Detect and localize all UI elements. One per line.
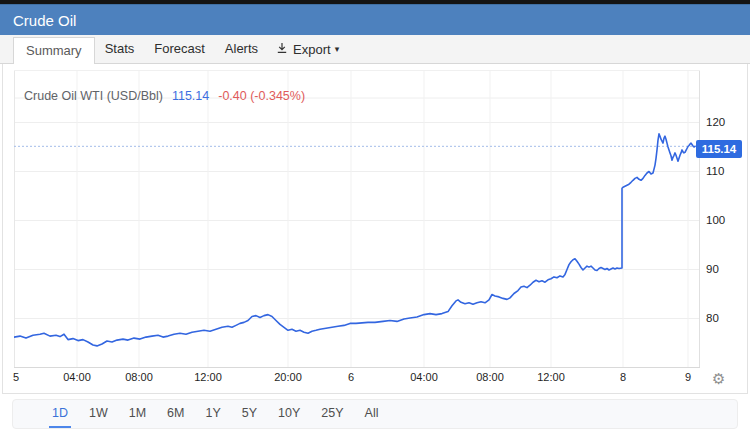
x-axis-label-08:00: 08:00 [125, 371, 153, 383]
x-axis-label-12:00: 12:00 [537, 371, 565, 383]
price-chart-plot[interactable] [14, 70, 700, 368]
y-axis-label-120: 120 [706, 116, 725, 128]
range-selector: 1D1W1M6M1Y5Y10Y25YAll [12, 399, 738, 429]
x-axis-label-04:00: 04:00 [63, 371, 91, 383]
range-button-6m[interactable]: 6M [164, 400, 187, 428]
download-icon [276, 42, 288, 57]
chart-legend: Crude Oil WTI (USD/Bbl) 115.14 -0.40 (-0… [24, 89, 305, 103]
instrument-name: Crude Oil WTI (USD/Bbl) [24, 89, 163, 103]
x-axis-label-8: 8 [620, 371, 626, 383]
last-price: 115.14 [172, 89, 209, 103]
x-axis-label-6: 6 [348, 371, 354, 383]
x-axis-label-9: 9 [685, 371, 691, 383]
range-button-25y[interactable]: 25Y [318, 400, 346, 428]
tab-bar: SummaryStatsForecastAlerts Export ▾ [0, 35, 750, 64]
x-axis-label-04:00: 04:00 [410, 371, 438, 383]
export-label: Export [293, 42, 331, 57]
tab-alerts[interactable]: Alerts [215, 36, 268, 62]
y-axis-label-90: 90 [706, 263, 719, 275]
current-price-badge: 115.14 [696, 140, 742, 158]
tab-forecast[interactable]: Forecast [144, 36, 215, 62]
gear-icon[interactable]: ⚙ [712, 370, 725, 388]
range-button-10y[interactable]: 10Y [275, 400, 303, 428]
tab-summary[interactable]: Summary [13, 37, 95, 64]
x-axis-label-5: 5 [13, 371, 19, 383]
app-window: Crude Oil SummaryStatsForecastAlerts Exp… [0, 0, 750, 440]
range-button-1w[interactable]: 1W [86, 400, 111, 428]
y-axis-label-80: 80 [706, 312, 719, 324]
tab-bar-tabs: SummaryStatsForecastAlerts [13, 35, 268, 63]
export-button[interactable]: Export ▾ [268, 42, 347, 57]
caret-down-icon: ▾ [335, 44, 340, 54]
range-button-1y[interactable]: 1Y [202, 400, 223, 428]
range-button-all[interactable]: All [362, 400, 382, 428]
price-series-line [14, 134, 695, 346]
range-button-1d[interactable]: 1D [49, 400, 71, 428]
page-title: Crude Oil [13, 12, 76, 29]
range-button-5y[interactable]: 5Y [239, 400, 260, 428]
range-button-1m[interactable]: 1M [126, 400, 149, 428]
x-axis-label-12:00: 12:00 [194, 371, 222, 383]
price-change: -0.40 (-0.345%) [218, 89, 305, 103]
y-axis-label-100: 100 [706, 214, 725, 226]
x-axis-label-20:00: 20:00 [274, 371, 302, 383]
x-axis-label-08:00: 08:00 [476, 371, 504, 383]
app-header: Crude Oil [0, 4, 750, 35]
y-axis-label-110: 110 [706, 165, 724, 177]
tab-stats[interactable]: Stats [95, 36, 145, 62]
